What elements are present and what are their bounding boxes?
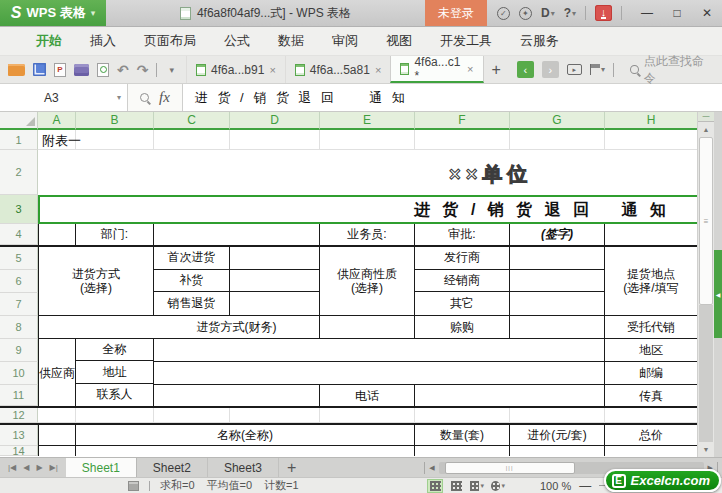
cell[interactable] bbox=[38, 425, 76, 446]
toolbar-dropdown-icon[interactable]: ▾ bbox=[165, 65, 178, 75]
cell-purchase-method[interactable]: 进货方式(选择) bbox=[38, 247, 154, 316]
cell[interactable] bbox=[38, 446, 76, 456]
cell-full-name-input[interactable] bbox=[154, 339, 605, 362]
cell-qty[interactable]: 数量(套) bbox=[415, 425, 510, 446]
col-header-d[interactable]: D bbox=[230, 112, 320, 130]
row-header-2[interactable]: 2 bbox=[0, 150, 38, 195]
task-pane-toggle[interactable]: ◀ bbox=[714, 250, 722, 338]
cell[interactable] bbox=[510, 446, 605, 456]
cell[interactable] bbox=[415, 408, 510, 423]
row-header-8[interactable]: 8 bbox=[0, 316, 38, 339]
insert-function-icon[interactable]: fx bbox=[159, 89, 170, 106]
close-tab-icon[interactable]: × bbox=[467, 63, 473, 75]
cell[interactable] bbox=[510, 270, 605, 293]
cell-total[interactable]: 总价 bbox=[605, 425, 697, 446]
download-update-icon[interactable]: ↓ bbox=[595, 5, 612, 21]
doc-tab-1[interactable]: 4f6a...b91 × bbox=[186, 56, 285, 83]
cell[interactable] bbox=[320, 316, 415, 339]
cell-zip[interactable]: 邮编 bbox=[605, 362, 697, 385]
export-pdf-icon[interactable]: P bbox=[54, 63, 66, 77]
col-header-b[interactable]: B bbox=[76, 112, 154, 130]
docer-icon[interactable]: D▾ bbox=[541, 6, 555, 20]
cell[interactable] bbox=[510, 292, 605, 315]
cell[interactable] bbox=[230, 247, 320, 270]
cell[interactable] bbox=[510, 408, 605, 423]
cell[interactable] bbox=[415, 446, 510, 456]
cell[interactable] bbox=[76, 130, 154, 150]
cell[interactable] bbox=[510, 130, 605, 150]
cell-fax[interactable]: 传真 bbox=[605, 385, 697, 408]
close-tab-icon[interactable]: × bbox=[269, 64, 275, 76]
cell-sales-return[interactable]: 销售退货 bbox=[154, 292, 230, 315]
shield-icon[interactable]: ✓ bbox=[497, 7, 510, 20]
cell-pickup-location[interactable]: 提货地点(选择/填写 bbox=[605, 247, 697, 316]
cell[interactable] bbox=[230, 408, 320, 423]
cell-region[interactable]: 地区 bbox=[605, 339, 697, 362]
cell[interactable] bbox=[76, 408, 154, 423]
col-header-e[interactable]: E bbox=[320, 112, 415, 130]
next-sheet-icon[interactable]: ▶ bbox=[36, 463, 42, 472]
cell-replenish[interactable]: 补货 bbox=[154, 270, 230, 293]
cell[interactable] bbox=[38, 408, 76, 423]
tab-insert[interactable]: 插入 bbox=[76, 27, 130, 56]
cell[interactable] bbox=[510, 316, 605, 339]
cell-contact-input[interactable] bbox=[154, 385, 320, 408]
tab-scroll-left-button[interactable]: ‹ bbox=[517, 61, 534, 78]
col-header-f[interactable]: F bbox=[415, 112, 510, 130]
formula-input[interactable]: 进 货 / 销 货 退 回 通 知 bbox=[183, 84, 722, 111]
magnifier-icon[interactable] bbox=[140, 93, 149, 102]
login-button[interactable]: 未登录 bbox=[425, 0, 487, 26]
cell-first-purchase[interactable]: 首次进货 bbox=[154, 247, 230, 270]
cell-address-input[interactable] bbox=[154, 362, 605, 385]
eye-protect-icon[interactable]: ▾ bbox=[491, 480, 505, 492]
tab-cloud[interactable]: 云服务 bbox=[506, 27, 573, 56]
cell-full-name[interactable]: 全称 bbox=[76, 339, 154, 361]
row-header-1[interactable]: 1 bbox=[0, 130, 38, 150]
cell[interactable] bbox=[76, 446, 415, 456]
open-file-icon[interactable] bbox=[8, 64, 25, 76]
cell-supplier-vertical[interactable]: 供应商 bbox=[38, 339, 76, 406]
tab-formulas[interactable]: 公式 bbox=[210, 27, 264, 56]
cell[interactable] bbox=[510, 247, 605, 270]
row-header-4[interactable]: 4 bbox=[0, 224, 38, 245]
col-header-a[interactable]: A bbox=[38, 112, 76, 130]
tab-page-layout[interactable]: 页面布局 bbox=[130, 27, 210, 56]
scroll-up-icon[interactable]: ▲ bbox=[698, 122, 714, 137]
cell-address[interactable]: 地址 bbox=[76, 361, 154, 383]
sheet-tab-2[interactable]: Sheet2 bbox=[137, 458, 208, 477]
prev-sheet-icon[interactable]: ◀ bbox=[23, 463, 29, 472]
cell[interactable] bbox=[320, 408, 415, 423]
row-header-12[interactable]: 12 bbox=[0, 408, 38, 423]
first-sheet-icon[interactable]: |◀ bbox=[8, 463, 16, 472]
cell[interactable] bbox=[38, 150, 722, 195]
normal-view-icon[interactable] bbox=[428, 480, 442, 492]
sheet-tab-3[interactable]: Sheet3 bbox=[208, 458, 279, 477]
vertical-scroll-thumb[interactable]: ≡ bbox=[699, 137, 713, 305]
cell-consignment[interactable]: 受托代销 bbox=[605, 316, 697, 339]
maximize-button[interactable]: □ bbox=[662, 0, 692, 27]
cell-dealer[interactable]: 经销商 bbox=[415, 270, 510, 293]
tab-view[interactable]: 视图 bbox=[372, 27, 426, 56]
cell[interactable] bbox=[605, 446, 697, 456]
page-break-view-icon[interactable] bbox=[449, 480, 463, 492]
row-header-3-selected[interactable]: 3 bbox=[0, 195, 38, 224]
row-header-10[interactable]: 10 bbox=[0, 362, 38, 385]
cell-publisher[interactable]: 发行商 bbox=[415, 247, 510, 270]
vertical-scroll-track[interactable] bbox=[699, 305, 713, 442]
find-command-box[interactable]: 点此查找命令 bbox=[622, 56, 722, 83]
minimize-button[interactable]: — bbox=[632, 0, 662, 27]
cell-phone[interactable]: 电话 bbox=[320, 385, 415, 408]
flag-icon[interactable]: ▾ bbox=[590, 64, 605, 75]
tab-data[interactable]: 数据 bbox=[264, 27, 318, 56]
scroll-down-icon[interactable]: ▼ bbox=[698, 442, 714, 457]
cell[interactable] bbox=[154, 130, 230, 150]
cell[interactable] bbox=[230, 292, 320, 315]
cell[interactable] bbox=[38, 224, 76, 245]
select-all-corner[interactable] bbox=[0, 112, 38, 130]
help-icon[interactable]: ?▾ bbox=[564, 6, 576, 20]
col-header-h[interactable]: H bbox=[605, 112, 697, 130]
wps-app-button[interactable]: S WPS 表格 ▾ bbox=[0, 0, 106, 26]
cell-dept-label[interactable]: 部门: bbox=[76, 224, 154, 245]
undo-icon[interactable]: ↶ bbox=[117, 63, 129, 77]
member-icon[interactable]: ✦ bbox=[519, 7, 532, 20]
